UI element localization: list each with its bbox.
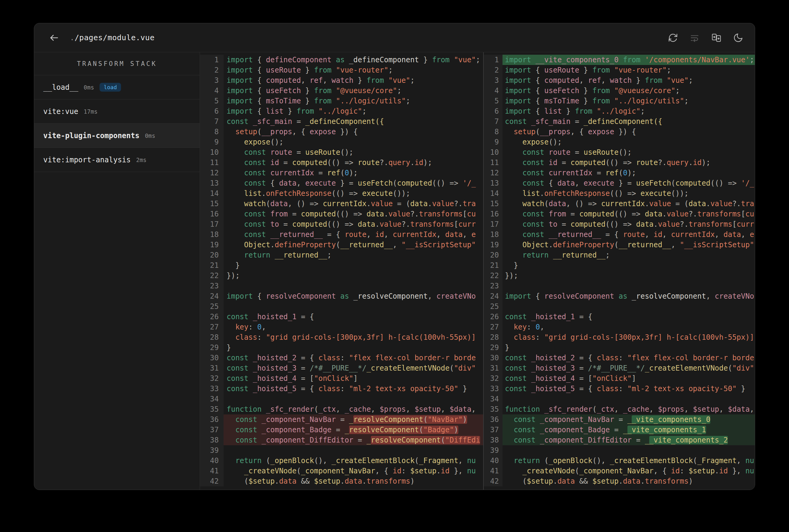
transform-item[interactable]: vite:import-analysis2ms xyxy=(34,148,200,172)
transform-item[interactable]: vite:vue17ms xyxy=(34,99,200,124)
code-line: 40 return (_openBlock(), _createElementB… xyxy=(484,456,755,466)
back-button[interactable] xyxy=(46,29,62,46)
code-text: Object.defineProperty(__returned__, "__i… xyxy=(502,240,755,250)
code-text: watch(data, () => currentIdx.value = (da… xyxy=(224,198,483,209)
line-number: 11 xyxy=(484,157,502,168)
diff-word-highlight: _vite_components_1 xyxy=(627,425,706,434)
line-number: 36 xyxy=(484,414,502,425)
code-line: 1import { defineComponent as _defineComp… xyxy=(200,55,483,65)
code-line: 28 class: "grid grid-cols-[300px,3fr] h-… xyxy=(484,332,755,342)
line-number: 18 xyxy=(200,229,224,240)
title-prefix: . xyxy=(70,33,75,42)
code-line: 4import { useFetch } from "@vueuse/core"… xyxy=(200,86,483,96)
code-text: }); xyxy=(502,270,755,281)
code-line: 15 watch(data, () => currentIdx.value = … xyxy=(484,198,755,209)
code-line: 32const _hoisted_4 = ["onClick"] xyxy=(484,373,755,384)
code-line: 14 list.onFetchResponse(() => execute())… xyxy=(200,188,483,198)
diff-word-highlight: _vite_components_2 xyxy=(649,436,728,444)
dark-mode-icon[interactable] xyxy=(733,33,743,43)
code-text: const { data, execute } = useFetch(compu… xyxy=(502,178,755,188)
code-line: 13 const { data, execute } = useFetch(co… xyxy=(484,178,755,188)
transform-item[interactable]: __load__0msload xyxy=(34,75,200,99)
code-line: 10 const route = useRoute(); xyxy=(200,147,483,157)
diff-view-icon[interactable] xyxy=(711,33,721,43)
code-line: 11 const id = computed(() => route?.quer… xyxy=(484,157,755,168)
code-line: 39 xyxy=(200,445,483,456)
line-number: 33 xyxy=(484,384,502,394)
code-line: 29} xyxy=(200,342,483,353)
code-text: ($setup.data && $setup.data.transforms) xyxy=(224,476,483,486)
code-text: const to = computed(() => data.value?.tr… xyxy=(224,219,483,229)
wrap-lines-icon[interactable] xyxy=(690,33,700,43)
transform-name: vite:import-analysis xyxy=(43,156,131,164)
code-line: 37 const _component_Badge = _resolveComp… xyxy=(200,425,483,435)
transform-item[interactable]: vite-plugin-components0ms xyxy=(34,124,200,148)
line-number: 42 xyxy=(200,476,224,486)
code-text: import { useFetch } from "@vueuse/core"; xyxy=(502,86,755,96)
code-text: import { useRoute } from "vue-router"; xyxy=(224,65,483,75)
code-text: import { defineComponent as _defineCompo… xyxy=(224,55,483,65)
code-text: import { useFetch } from "@vueuse/core"; xyxy=(224,86,483,96)
code-line: 1import __vite_components_0 from '/compo… xyxy=(484,55,755,65)
code-text: list.onFetchResponse(() => execute()); xyxy=(502,188,755,198)
title-path: /pages/module.vue xyxy=(75,33,154,42)
page-title: ./pages/module.vue xyxy=(70,33,154,42)
line-number: 25 xyxy=(200,301,224,312)
line-number: 3 xyxy=(484,75,502,86)
code-line: 35function _sfc_render(_ctx, _cache, $pr… xyxy=(200,404,483,414)
transform-time: 0ms xyxy=(145,132,155,139)
code-line: 42 ($setup.data && $setup.data.transform… xyxy=(484,476,755,486)
line-number: 16 xyxy=(484,209,502,219)
line-number: 2 xyxy=(484,65,502,75)
code-line: 17 const to = computed(() => data.value?… xyxy=(484,219,755,229)
line-number: 35 xyxy=(484,404,502,414)
code-line: 6import { list } from "../logic"; xyxy=(200,106,483,116)
code-line: 40 return (_openBlock(), _createElementB… xyxy=(200,456,483,466)
code-line: 36 const _component_NavBar = _resolveCom… xyxy=(200,414,483,425)
line-number: 23 xyxy=(200,281,224,291)
code-text: return __returned__; xyxy=(224,250,483,260)
code-text: const route = useRoute(); xyxy=(224,147,483,157)
transform-badge: load xyxy=(99,83,121,92)
line-number: 3 xyxy=(200,75,224,86)
code-line: 23 xyxy=(200,281,483,291)
code-line: 10 const route = useRoute(); xyxy=(484,147,755,157)
line-number: 12 xyxy=(484,168,502,178)
code-line: 2import { useRoute } from "vue-router"; xyxy=(200,65,483,75)
line-number: 30 xyxy=(484,353,502,363)
code-text: const _component_DiffEditor = _resolveCo… xyxy=(224,435,483,445)
code-text: _createVNode(_component_NavBar, { id: $s… xyxy=(224,466,483,476)
code-text: const _hoisted_1 = { xyxy=(502,312,755,322)
code-panel-before[interactable]: 1import { defineComponent as _defineComp… xyxy=(200,52,484,490)
code-text xyxy=(502,445,755,456)
code-line: 30const _hoisted_2 = { class: "flex flex… xyxy=(484,353,755,363)
line-number: 6 xyxy=(200,106,224,116)
line-number: 5 xyxy=(200,96,224,106)
code-text xyxy=(502,394,755,404)
code-line: 36 const _component_NavBar = __vite_comp… xyxy=(484,414,755,425)
code-text: import { resolveComponent as _resolveCom… xyxy=(502,291,755,301)
code-text xyxy=(502,301,755,312)
code-text: const _hoisted_2 = { class: "flex flex-c… xyxy=(502,353,755,363)
line-number: 1 xyxy=(200,55,224,65)
code-line: 16 const from = computed(() => data.valu… xyxy=(484,209,755,219)
code-text: import { computed, ref, watch } from "vu… xyxy=(224,75,483,86)
line-number: 1 xyxy=(484,55,502,65)
code-text: ($setup.data && $setup.data.transforms) xyxy=(502,476,755,486)
code-text: watch(data, () => currentIdx.value = (da… xyxy=(502,198,755,209)
code-line: 39 xyxy=(484,445,755,456)
code-text: import { list } from "../logic"; xyxy=(502,106,755,116)
line-number: 37 xyxy=(200,425,224,435)
line-number: 33 xyxy=(200,384,224,394)
line-number: 23 xyxy=(484,281,502,291)
line-number: 29 xyxy=(200,342,224,353)
code-line: 18 const __returned__ = { route, id, cur… xyxy=(200,229,483,240)
diff-word-highlight: resolveComponent("Badge") xyxy=(349,425,458,434)
code-text: } xyxy=(224,260,483,270)
code-text: const from = computed(() => data.value?.… xyxy=(224,209,483,219)
code-text: const currentIdx = ref(0); xyxy=(502,168,755,178)
code-panel-after[interactable]: 1import __vite_components_0 from '/compo… xyxy=(484,52,755,490)
refresh-icon[interactable] xyxy=(668,33,678,43)
code-text: const _hoisted_3 = /*#__PURE__*/_createE… xyxy=(224,363,483,373)
code-text: const _hoisted_4 = ["onClick"] xyxy=(502,373,755,384)
